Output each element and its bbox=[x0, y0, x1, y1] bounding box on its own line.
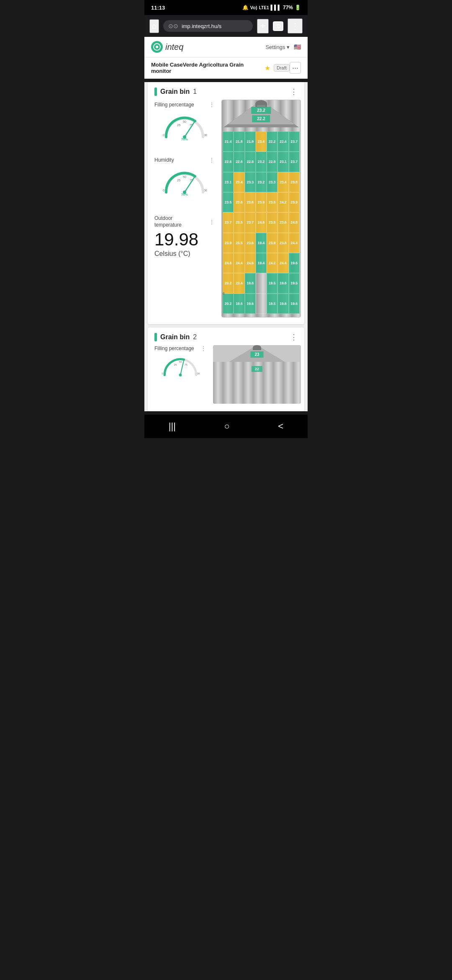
card-2-filling-label: Filling percentage bbox=[154, 346, 194, 351]
temp-cell-2-2: 23.3 bbox=[245, 172, 256, 192]
temp-cell-8-5: 19.6 bbox=[277, 294, 288, 314]
humidity-menu-button[interactable]: ⋮ bbox=[209, 157, 215, 163]
filling-percentage-label: Filling percentage bbox=[154, 102, 194, 108]
card-1-body: Filling percentage ⋮ 0 25 50 75 100 bbox=[148, 100, 304, 324]
temp-cell-5-5: 23.8 bbox=[277, 233, 288, 253]
temp-row-2: 23.123.423.323.223.323.423.8 bbox=[223, 172, 300, 192]
silo-visualization-panel: 23.2 22.2 21.421.821.923.422.222.423.722… bbox=[221, 100, 301, 317]
temp-cell-3-6: 23.9 bbox=[289, 192, 300, 212]
main-content: Grain bin 1 ⋮ Filling percentage ⋮ 0 bbox=[144, 82, 308, 411]
card-2-menu-button[interactable]: ⋮ bbox=[290, 333, 298, 342]
browser-home-button[interactable]: ⌂ bbox=[149, 19, 159, 33]
humidity-gauge: 0 25 50 75 100 70% bbox=[154, 165, 215, 199]
temp-cell-8-1: 19.6 bbox=[234, 294, 244, 314]
status-right: 🔔 Vo) LTE1 ▌▌▌ 77% 🔋 bbox=[242, 5, 301, 10]
filling-percentage-gauge: 0 25 50 75 100 bbox=[154, 110, 215, 143]
svg-text:75: 75 bbox=[185, 364, 187, 366]
grain-bin-card-1: Grain bin 1 ⋮ Filling percentage ⋮ 0 bbox=[148, 82, 304, 324]
filling-gauge-svg: 0 25 50 75 100 bbox=[159, 112, 210, 141]
svg-point-1 bbox=[156, 46, 158, 48]
card-1-number: 1 bbox=[193, 88, 197, 95]
card-1-header: Grain bin 1 ⋮ bbox=[148, 82, 304, 100]
browser-url-bar[interactable]: ⊙⊙ imp.inteqzrt.hu/s bbox=[163, 20, 253, 32]
settings-button[interactable]: Settings ▾ bbox=[265, 44, 290, 50]
nav-home-button[interactable]: ○ bbox=[216, 419, 238, 433]
page-more-button[interactable]: ··· bbox=[290, 62, 301, 74]
status-bar: 11:13 🔔 Vo) LTE1 ▌▌▌ 77% 🔋 bbox=[144, 0, 308, 15]
temp-cell-2-0: 23.1 bbox=[223, 172, 234, 192]
grain-bin-card-2: Grain bin 2 ⋮ Filling percentage ⋮ 0 25 … bbox=[148, 328, 304, 411]
temp-cell-2-1: 23.4 bbox=[234, 172, 244, 192]
nav-back-button[interactable]: < bbox=[270, 419, 292, 433]
temp-cell-7-6: 19.5 bbox=[289, 273, 300, 293]
svg-text:0: 0 bbox=[162, 372, 163, 375]
temp-cell-7-3 bbox=[256, 273, 267, 293]
temp-cell-7-5: 19.6 bbox=[277, 273, 288, 293]
temp-cell-4-4: 23.5 bbox=[267, 212, 277, 232]
temp-cell-4-0: 23.7 bbox=[223, 212, 234, 232]
url-bar-icon: ⊙⊙ bbox=[168, 23, 178, 29]
temp-cell-1-5: 23.1 bbox=[277, 152, 288, 172]
temp-cell-5-2: 23.6 bbox=[245, 233, 256, 253]
logo-circle bbox=[151, 41, 163, 53]
page-title: Mobile CaseVerde Agricoltura Grain monit… bbox=[151, 62, 261, 74]
svg-text:50: 50 bbox=[183, 120, 186, 123]
wifi-signal: Vo) bbox=[250, 5, 257, 10]
humidity-label-row: Humidity ⋮ bbox=[154, 157, 215, 163]
filling-percentage-menu-button[interactable]: ⋮ bbox=[209, 101, 215, 108]
browser-add-tab-button[interactable]: + bbox=[257, 19, 269, 34]
temp-cell-3-1: 23.6 bbox=[234, 192, 244, 212]
outdoor-temp-menu-button[interactable]: ⋮ bbox=[209, 219, 215, 225]
temp-cell-4-5: 23.6 bbox=[277, 212, 288, 232]
temperature-grid: 21.421.821.923.422.222.423.722.622.622.8… bbox=[223, 132, 300, 314]
temp-cell-6-1: 24.4 bbox=[234, 253, 244, 273]
temp-cell-8-0: 20.2 bbox=[223, 294, 234, 314]
battery-level: 77% bbox=[283, 5, 293, 10]
silo-2-top-val: 23 bbox=[250, 351, 263, 358]
temp-cell-4-2: 23.7 bbox=[245, 212, 256, 232]
signal-bars: ▌▌▌ bbox=[270, 5, 281, 10]
temp-cell-2-3: 23.2 bbox=[256, 172, 267, 192]
temp-row-4: 23.723.523.724.623.523.624.8 bbox=[223, 212, 300, 232]
browser-more-button[interactable]: ⋮ bbox=[288, 18, 303, 34]
inteq-logo: inteq bbox=[151, 41, 183, 53]
outdoor-temp-unit: Celsius (°C) bbox=[154, 250, 215, 258]
humidity-label: Humidity bbox=[154, 157, 174, 163]
svg-text:50: 50 bbox=[183, 175, 186, 178]
temp-cell-1-1: 22.6 bbox=[234, 152, 244, 172]
outdoor-temp-label-row: Outdoortemperature ⋮ bbox=[154, 215, 215, 228]
silo-2-second-val: 22 bbox=[252, 366, 262, 372]
temp-cell-0-5: 22.4 bbox=[277, 132, 288, 152]
card-2-filling-menu-button[interactable]: ⋮ bbox=[200, 345, 206, 352]
card-2-header: Grain bin 2 ⋮ bbox=[148, 328, 304, 345]
temp-cell-2-5: 23.4 bbox=[277, 172, 288, 192]
temp-cell-3-3: 23.9 bbox=[256, 192, 267, 212]
nav-menu-button[interactable]: ||| bbox=[160, 419, 184, 433]
svg-text:50: 50 bbox=[179, 361, 182, 363]
navigation-bar: ||| ○ < bbox=[144, 415, 308, 438]
page-title-left: Mobile CaseVerde Agricoltura Grain monit… bbox=[151, 62, 290, 74]
temp-cell-6-3: 19.4 bbox=[256, 253, 267, 273]
temp-cell-7-0: 20.2 bbox=[223, 273, 234, 293]
temp-row-8: 20.219.619.619.519.619.6 bbox=[223, 294, 300, 314]
lte-signal: LTE1 bbox=[259, 5, 269, 10]
browser-tabs-button[interactable]: :D bbox=[273, 21, 283, 31]
flag-icon: 🇺🇸 bbox=[294, 44, 301, 50]
temp-cell-7-1: 23.4 bbox=[234, 273, 244, 293]
temp-cell-3-5: 24.2 bbox=[277, 192, 288, 212]
temp-cell-0-2: 21.9 bbox=[245, 132, 256, 152]
temp-cell-5-3: 19.4 bbox=[256, 233, 267, 253]
filling-percentage-section: Filling percentage ⋮ 0 25 50 75 100 bbox=[151, 100, 218, 147]
temp-cell-6-4: 24.2 bbox=[267, 253, 277, 273]
temp-cell-3-2: 23.6 bbox=[245, 192, 256, 212]
favorite-star-icon[interactable]: ★ bbox=[265, 64, 270, 72]
metrics-panel: Filling percentage ⋮ 0 25 50 75 100 bbox=[151, 100, 218, 317]
svg-point-24 bbox=[179, 374, 182, 377]
temp-cell-4-1: 23.5 bbox=[234, 212, 244, 232]
silo-image-container: 23.2 22.2 21.421.821.923.422.222.423.722… bbox=[221, 100, 301, 317]
temp-cell-5-4: 23.9 bbox=[267, 233, 277, 253]
temp-cell-6-6: 19.6 bbox=[289, 253, 300, 273]
card-1-title: Grain bin bbox=[160, 88, 190, 95]
card-1-menu-button[interactable]: ⋮ bbox=[290, 87, 298, 96]
browser-bar: ⌂ ⊙⊙ imp.inteqzrt.hu/s + :D ⋮ bbox=[144, 15, 308, 37]
